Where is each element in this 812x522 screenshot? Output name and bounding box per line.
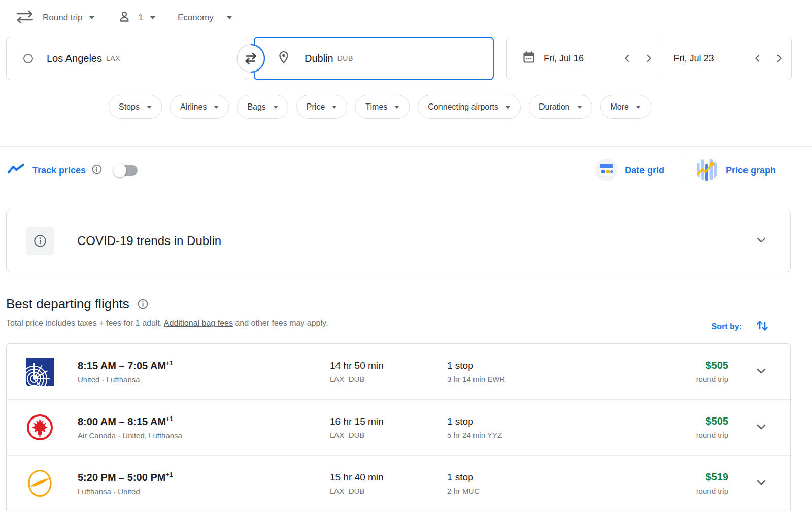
filter-airlines[interactable]: Airlines	[170, 95, 229, 119]
chip-label: Airlines	[180, 102, 207, 112]
chip-label: Duration	[539, 102, 569, 112]
info-icon[interactable]	[138, 299, 148, 309]
origin-airport-code: LAX	[106, 54, 120, 62]
flight-row-lufthansa[interactable]: 5:20 PM – 5:00 PM+1 Lufthansa · United 1…	[7, 456, 790, 511]
departure-date-section[interactable]: Fri, Jul 16	[507, 37, 661, 80]
passenger-selector[interactable]: 1	[118, 10, 155, 26]
origin-field[interactable]: Los Angeles LAX	[6, 37, 247, 80]
covid-expand-chevron-icon[interactable]	[755, 233, 768, 249]
chevron-down-icon	[89, 16, 94, 19]
origin-city: Los Angeles	[47, 53, 102, 64]
trending-line-icon	[7, 163, 25, 178]
chip-label: Connecting airports	[428, 102, 498, 112]
info-icon-box	[26, 227, 54, 255]
flight-times: 8:00 AM – 8:15 AM	[78, 416, 166, 427]
flight-airlines: Air Canada · United, Lufthansa	[78, 431, 330, 440]
expand-flight-chevron-icon[interactable]	[755, 364, 768, 379]
return-date[interactable]: Fri, Jul 23	[673, 53, 714, 64]
info-icon	[33, 234, 47, 248]
flight-row-united[interactable]: 8:15 AM – 7:05 AM+1 United · Lufthansa 1…	[7, 344, 790, 400]
trip-type-label: Round trip	[43, 13, 82, 23]
chip-label: Stops	[119, 102, 140, 112]
flight-airlines: Lufthansa · United	[78, 487, 330, 496]
flight-route: LAX–DUB	[330, 375, 447, 384]
chevron-down-icon	[636, 106, 641, 109]
chevron-down-icon	[150, 16, 155, 19]
departure-date-next-button[interactable]	[642, 52, 655, 64]
flight-price: $519	[652, 471, 728, 483]
destination-airport-code: DUB	[337, 54, 353, 62]
price-graph-label: Price graph	[726, 165, 776, 176]
toggle-knob	[113, 164, 126, 177]
additional-bag-fees-link[interactable]: Additional bag fees	[164, 319, 233, 327]
calendar-icon	[522, 51, 535, 66]
departure-date[interactable]: Fri, Jul 16	[544, 53, 584, 64]
filter-bags[interactable]: Bags	[237, 95, 288, 119]
flight-times: 8:15 AM – 7:05 AM	[78, 360, 166, 371]
flight-airlines: United · Lufthansa	[78, 375, 330, 384]
air-canada-logo	[26, 413, 54, 441]
round-trip-arrows-icon	[14, 10, 36, 26]
filter-duration[interactable]: Duration	[529, 95, 592, 119]
destination-field[interactable]: Dublin DUB	[254, 37, 494, 80]
price-note: round trip	[652, 486, 728, 495]
flight-price: $505	[652, 415, 728, 427]
price-note: round trip	[652, 375, 728, 384]
departure-date-prev-button[interactable]	[621, 52, 633, 64]
filter-connecting-airports[interactable]: Connecting airports	[418, 95, 521, 119]
tools-divider	[680, 159, 680, 182]
filter-price[interactable]: Price	[296, 95, 347, 119]
flight-duration: 15 hr 40 min	[330, 472, 447, 483]
flight-price: $505	[652, 360, 728, 371]
flight-stops: 1 stop	[447, 472, 652, 483]
return-date-next-button[interactable]	[773, 52, 785, 64]
tools-row: Track prices	[7, 157, 776, 184]
passenger-count: 1	[138, 13, 143, 23]
sort-by-control[interactable]: Sort by:	[712, 318, 769, 335]
trip-type-selector[interactable]: Round trip	[14, 10, 94, 26]
info-icon[interactable]	[92, 164, 102, 177]
person-icon	[118, 10, 131, 26]
plus-days-badge: +1	[166, 360, 173, 367]
filter-more[interactable]: More	[600, 95, 651, 119]
flight-layover: 2 hr MUC	[447, 486, 652, 495]
return-date-section[interactable]: Fri, Jul 23	[661, 37, 791, 80]
flight-row-air-canada[interactable]: 8:00 AM – 8:15 AM+1 Air Canada · United,…	[7, 400, 790, 456]
google-flights-page: Round trip 1 Economy Los Angeles LAX	[0, 0, 812, 522]
price-note: round trip	[652, 431, 728, 439]
sort-by-label: Sort by:	[712, 322, 742, 331]
chevron-down-icon	[214, 106, 219, 109]
filter-chips-row: Stops Airlines Bags Price Times Connecti…	[109, 95, 651, 119]
track-prices-label: Track prices	[32, 165, 86, 176]
swap-origin-destination-button[interactable]	[236, 44, 265, 73]
chip-label: More	[611, 102, 629, 112]
date-grid-label: Date grid	[625, 165, 664, 176]
chip-label: Price	[307, 102, 325, 112]
covid-trends-banner[interactable]: COVID-19 trends in Dublin	[6, 210, 791, 272]
track-prices-group: Track prices	[7, 163, 139, 178]
chip-label: Times	[365, 102, 387, 112]
covid-banner-title: COVID-19 trends in Dublin	[77, 234, 221, 248]
expand-flight-chevron-icon[interactable]	[755, 420, 768, 435]
track-prices-toggle[interactable]	[113, 164, 139, 177]
flight-duration: 16 hr 15 min	[330, 416, 447, 427]
location-pin-icon	[277, 50, 291, 66]
fees-note: Total price includes taxes + fees for 1 …	[6, 319, 328, 328]
filter-times[interactable]: Times	[355, 95, 410, 119]
view-tools-group: Date grid	[595, 158, 776, 183]
expand-flight-chevron-icon[interactable]	[755, 476, 768, 491]
dates-field: Fri, Jul 16 Fri, Jul 23	[506, 37, 792, 80]
return-date-prev-button[interactable]	[752, 52, 764, 64]
section-divider	[0, 146, 812, 147]
price-graph-button[interactable]: Price graph	[695, 158, 776, 183]
sort-arrows-icon	[755, 318, 769, 335]
flight-layover: 3 hr 14 min EWR	[447, 375, 652, 384]
fees-note-text: and other fees may apply.	[233, 319, 328, 327]
date-grid-button[interactable]: Date grid	[595, 158, 664, 183]
cabin-class-selector[interactable]: Economy	[178, 13, 232, 23]
filter-stops[interactable]: Stops	[109, 95, 162, 119]
chevron-down-icon	[505, 106, 511, 109]
chevron-down-icon	[227, 16, 232, 19]
chevron-down-icon	[394, 106, 399, 109]
trip-options-bar: Round trip 1 Economy	[14, 5, 232, 30]
